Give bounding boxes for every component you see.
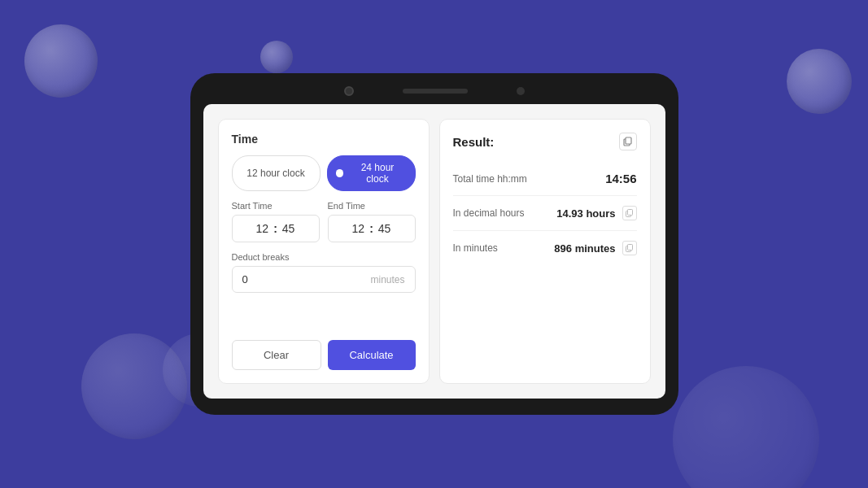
end-hours: 12: [352, 222, 365, 235]
decimal-hours-value: 14.93 hours: [556, 207, 615, 220]
copy-decimal-button[interactable]: [622, 206, 637, 220]
right-panel: Result: Total time hh:mm 14:56 In decima…: [439, 119, 651, 384]
calculate-button[interactable]: Calculate: [328, 340, 416, 370]
start-minutes: 45: [282, 222, 295, 235]
panel-title: Time: [232, 133, 416, 146]
decimal-hours-value-group: 14.93 hours: [556, 206, 636, 220]
start-separator: :: [273, 222, 277, 235]
bg-bubble-6: [673, 366, 819, 488]
speaker: [403, 89, 468, 94]
tablet-screen: Time 12 hour clock 24 hour clock Start T…: [203, 104, 665, 399]
total-time-row: Total time hh:mm 14:56: [453, 162, 637, 196]
svg-rect-3: [627, 210, 632, 216]
start-time-input[interactable]: 12 : 45: [232, 215, 320, 242]
end-time-input[interactable]: 12 : 45: [328, 215, 416, 242]
camera-left: [344, 86, 354, 96]
camera-right: [517, 87, 525, 95]
svg-rect-1: [626, 137, 631, 144]
start-time-label: Start Time: [232, 201, 320, 211]
minutes-value: 896 minutes: [554, 242, 615, 255]
minutes-value-group: 896 minutes: [554, 241, 636, 255]
copy-all-button[interactable]: [619, 133, 637, 150]
tablet-top-bar: [203, 86, 665, 96]
clock-24hr-button[interactable]: 24 hour clock: [327, 155, 416, 191]
radio-dot-icon: [336, 169, 344, 177]
clock-24hr-label: 24 hour clock: [348, 162, 406, 185]
deduct-section: Deduct breaks 0 minutes: [232, 252, 416, 293]
total-time-value: 14:56: [605, 172, 636, 185]
start-hours: 12: [256, 222, 269, 235]
svg-rect-5: [627, 245, 632, 251]
bg-bubble-1: [24, 24, 98, 98]
end-time-group: End Time 12 : 45: [328, 201, 416, 242]
bg-bubble-3: [787, 49, 852, 114]
clear-button[interactable]: Clear: [232, 340, 321, 370]
bg-bubble-2: [260, 41, 293, 73]
end-separator: :: [369, 222, 373, 235]
clock-12hr-button[interactable]: 12 hour clock: [232, 155, 321, 191]
deduct-label: Deduct breaks: [232, 252, 416, 262]
clock-12hr-label: 12 hour clock: [246, 168, 304, 179]
deduct-suffix: minutes: [370, 274, 404, 285]
decimal-hours-label: In decimal hours: [453, 207, 525, 219]
result-title: Result:: [453, 135, 495, 149]
end-time-label: End Time: [328, 201, 416, 211]
minutes-label: In minutes: [453, 242, 498, 254]
deduct-input[interactable]: 0 minutes: [232, 266, 416, 293]
tablet: Time 12 hour clock 24 hour clock Start T…: [190, 73, 678, 415]
total-time-label: Total time hh:mm: [453, 173, 527, 185]
deduct-value: 0: [242, 273, 248, 285]
decimal-hours-row: In decimal hours 14.93 hours: [453, 196, 637, 231]
clock-type-row: 12 hour clock 24 hour clock: [232, 155, 416, 191]
left-panel: Time 12 hour clock 24 hour clock Start T…: [218, 119, 430, 384]
end-minutes: 45: [378, 222, 391, 235]
action-buttons: Clear Calculate: [232, 340, 416, 370]
start-time-group: Start Time 12 : 45: [232, 201, 320, 242]
minutes-row: In minutes 896 minutes: [453, 231, 637, 265]
result-header: Result:: [453, 133, 637, 150]
copy-minutes-button[interactable]: [622, 241, 637, 255]
time-fields-row: Start Time 12 : 45 End Time 12 : 45: [232, 201, 416, 242]
